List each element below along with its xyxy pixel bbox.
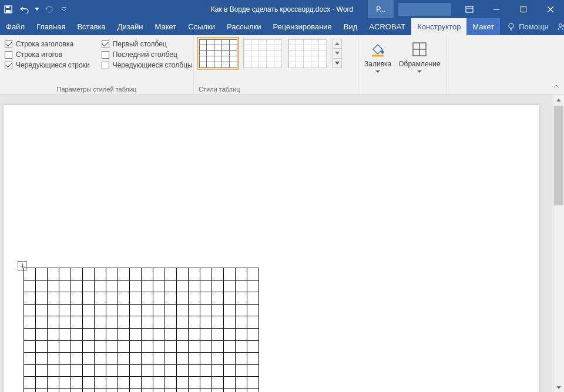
undo-menu-caret[interactable]: [33, 0, 41, 18]
titlebar-right: Р...: [368, 0, 564, 18]
tab-references[interactable]: Ссылки: [182, 18, 221, 35]
checkbox-icon: [102, 51, 109, 59]
scroll-up-button[interactable]: [553, 94, 564, 105]
borders-button[interactable]: Обрамление: [395, 38, 444, 93]
page[interactable]: [4, 105, 539, 392]
table-style-thumb-1[interactable]: [199, 39, 237, 68]
paint-bucket-icon: [368, 40, 387, 59]
context-tab-header[interactable]: Р...: [368, 0, 394, 18]
undo-button[interactable]: [16, 0, 33, 18]
tab-view[interactable]: Вид: [338, 18, 364, 35]
svg-point-10: [509, 23, 513, 28]
tab-home[interactable]: Главная: [31, 18, 71, 35]
group-label-options: Параметры стилей таблиц: [5, 83, 189, 93]
tab-constructor[interactable]: Конструктор: [411, 18, 466, 35]
maximize-button[interactable]: [510, 0, 537, 18]
svg-rect-4: [466, 6, 473, 12]
account-area[interactable]: [398, 3, 451, 16]
quick-access-toolbar: [0, 0, 70, 18]
checkbox-icon: [102, 62, 109, 69]
tab-design[interactable]: Дизайн: [112, 18, 149, 35]
checkbox-icon: [5, 51, 12, 59]
table-style-thumb-3[interactable]: [288, 39, 327, 68]
workspace: [0, 94, 564, 392]
gallery-more-button[interactable]: [333, 59, 341, 67]
check-banded-cols[interactable]: Чередующиеся столбцы: [102, 61, 193, 69]
scrollbar-thumb[interactable]: [554, 106, 563, 205]
check-last-col[interactable]: Последний столбец: [102, 50, 193, 59]
checkbox-icon: [102, 40, 109, 48]
scrollbar-track[interactable]: [553, 206, 564, 382]
svg-rect-2: [6, 10, 11, 13]
checkbox-icon: [5, 40, 12, 48]
check-first-col[interactable]: Первый столбец: [102, 40, 193, 48]
crossword-table[interactable]: [24, 268, 259, 392]
check-banded-rows[interactable]: Чередующиеся строки: [5, 61, 90, 69]
chevron-down-icon: [417, 70, 422, 73]
check-header-row[interactable]: Строка заголовка: [5, 40, 90, 48]
group-table-styles: Стили таблиц: [194, 35, 358, 94]
gallery-scroll-down[interactable]: [333, 49, 341, 58]
document-area[interactable]: [0, 94, 553, 392]
gallery-scroll-up[interactable]: [333, 39, 341, 49]
minimize-button[interactable]: [483, 0, 510, 18]
ribbon-display-options-button[interactable]: [456, 0, 483, 18]
redo-button[interactable]: [41, 0, 58, 18]
collapse-ribbon-button[interactable]: [551, 81, 562, 92]
group-table-style-options: Строка заголовка Строка итогов Чередующи…: [0, 35, 194, 94]
scroll-down-button[interactable]: [553, 382, 564, 392]
check-total-row[interactable]: Строка итогов: [5, 50, 90, 59]
borders-icon: [410, 40, 429, 59]
svg-rect-1: [6, 6, 9, 8]
vertical-scrollbar[interactable]: [553, 94, 564, 392]
shading-button[interactable]: Заливка: [361, 38, 395, 93]
tab-acrobat[interactable]: ACROBAT: [363, 18, 411, 35]
tab-insert[interactable]: Вставка: [71, 18, 111, 35]
tell-me-label: Помощн: [519, 22, 549, 31]
table-style-thumb-2[interactable]: [243, 39, 282, 68]
ribbon-tabs: Файл Главная Вставка Дизайн Макет Ссылки…: [0, 18, 564, 35]
tab-table-layout[interactable]: Макет: [466, 18, 500, 35]
qat-customize-caret[interactable]: [58, 0, 70, 18]
svg-point-13: [559, 23, 562, 26]
save-button[interactable]: [0, 0, 16, 18]
tab-layout[interactable]: Макет: [149, 18, 182, 35]
close-button[interactable]: [537, 0, 564, 18]
checkbox-icon: [5, 62, 12, 69]
group-shading-borders: Заливка Обрамление: [358, 35, 447, 94]
ribbon: Строка заголовка Строка итогов Чередующи…: [0, 35, 564, 94]
gallery-scroll: [333, 39, 342, 68]
group-label-styles: Стили таблиц: [199, 83, 240, 93]
tab-review[interactable]: Рецензирование: [267, 18, 337, 35]
lightbulb-icon: [507, 23, 515, 31]
tab-mailings[interactable]: Рассылки: [221, 18, 267, 35]
title-bar: Как в Ворде сделать кроссворд.docx - Wor…: [0, 0, 564, 18]
tab-file[interactable]: Файл: [0, 18, 31, 35]
svg-rect-7: [521, 6, 526, 12]
share-button[interactable]: [556, 18, 564, 35]
tell-me-area[interactable]: Помощн: [500, 18, 556, 35]
chevron-down-icon: [375, 70, 380, 73]
